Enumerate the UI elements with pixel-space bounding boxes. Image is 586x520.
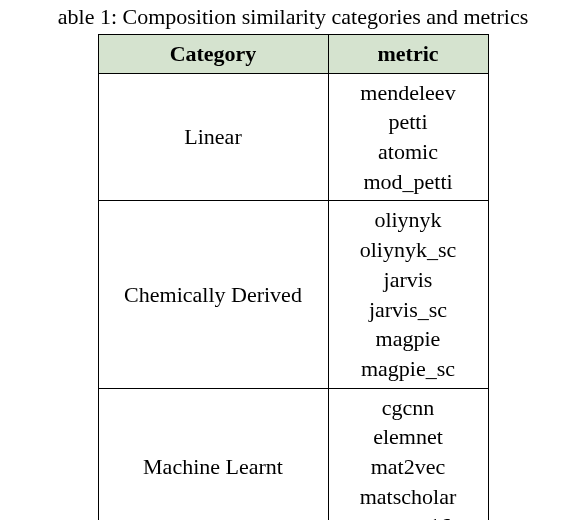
metric-value: magpie_sc: [339, 354, 478, 384]
metric-value: megnet16: [339, 511, 478, 520]
metric-value: magpie: [339, 324, 478, 354]
metric-value: jarvis: [339, 265, 478, 295]
table-caption: able 1: Composition similarity categorie…: [0, 4, 586, 30]
metric-cell: cgcnnelemnetmat2vecmatscholarmegnet16: [328, 388, 488, 520]
composition-table: Category metric Linearmendeleevpettiatom…: [98, 34, 489, 520]
table-row: Chemically Derivedoliynykoliynyk_scjarvi…: [98, 201, 488, 388]
metric-value: matscholar: [339, 482, 478, 512]
category-cell: Linear: [98, 73, 328, 201]
metric-value: elemnet: [339, 422, 478, 452]
metric-cell: mendeleevpettiatomicmod_petti: [328, 73, 488, 201]
metric-value: mod_petti: [339, 167, 478, 197]
metric-value: atomic: [339, 137, 478, 167]
metric-value: mendeleev: [339, 78, 478, 108]
page: able 1: Composition similarity categorie…: [0, 0, 586, 520]
metric-value: jarvis_sc: [339, 295, 478, 325]
metric-cell: oliynykoliynyk_scjarvisjarvis_scmagpiema…: [328, 201, 488, 388]
metric-value: oliynyk_sc: [339, 235, 478, 265]
metric-value: petti: [339, 107, 478, 137]
table-row: Machine Learntcgcnnelemnetmat2vecmatscho…: [98, 388, 488, 520]
metric-value: mat2vec: [339, 452, 478, 482]
metric-value: cgcnn: [339, 393, 478, 423]
category-cell: Machine Learnt: [98, 388, 328, 520]
table-body: Linearmendeleevpettiatomicmod_pettiChemi…: [98, 73, 488, 520]
table-header-row: Category metric: [98, 35, 488, 74]
header-metric: metric: [328, 35, 488, 74]
table-row: Linearmendeleevpettiatomicmod_petti: [98, 73, 488, 201]
header-category: Category: [98, 35, 328, 74]
metric-value: oliynyk: [339, 205, 478, 235]
category-cell: Chemically Derived: [98, 201, 328, 388]
